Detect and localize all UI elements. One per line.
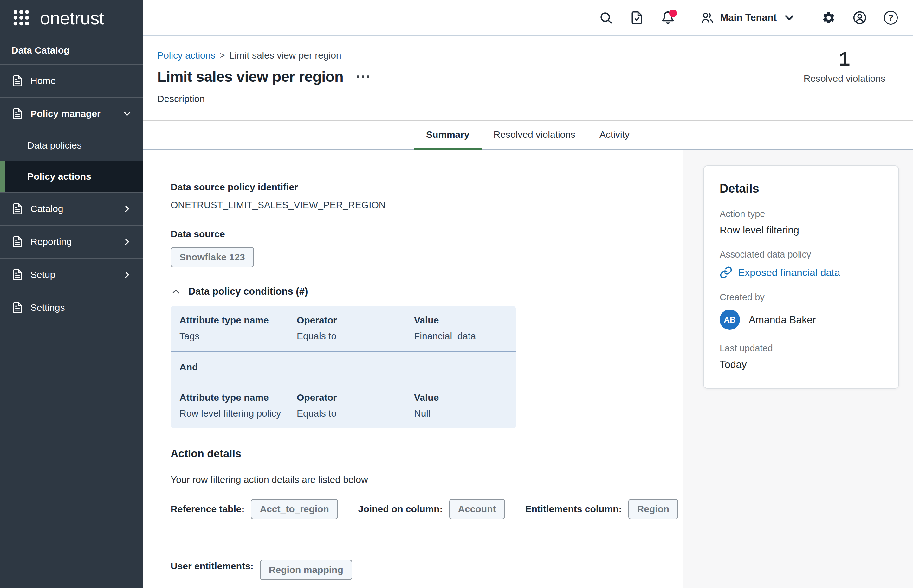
page-description: Description [157, 94, 913, 104]
main-area: Data source policy identifier ONETRUST_L… [142, 150, 913, 588]
page-head: Policy actions > Limit sales view per re… [142, 37, 913, 121]
stat-value: 1 [797, 47, 892, 70]
identifier-label: Data source policy identifier [170, 182, 683, 192]
brand-logo-text: onetrust [40, 7, 104, 29]
data-source-label: Data source [170, 229, 683, 239]
title-more-actions-button[interactable] [356, 72, 370, 81]
help-icon: ? [884, 11, 898, 25]
chevron-right-icon [122, 236, 133, 247]
associated-policy-label: Associated data policy [720, 249, 884, 260]
conditions-panel: Attribute type name Operator Value Tags … [170, 306, 516, 428]
search-button[interactable] [599, 11, 613, 25]
reference-table-label: Reference table: [170, 504, 244, 515]
help-glyph: ? [888, 13, 894, 23]
entitlements-column-chip: Region [628, 499, 678, 519]
sidebar-item-policy-manager[interactable]: Policy manager [0, 98, 142, 130]
help-button[interactable]: ? [884, 11, 898, 25]
sidebar-item-label: Reporting [31, 236, 115, 247]
condition-connector: And [170, 352, 516, 383]
details-card: Details Action type Row level filtering … [703, 165, 899, 389]
sidebar-item-setup[interactable]: Setup [0, 258, 142, 291]
sidebar-item-label: Policy manager [31, 108, 115, 119]
chevron-right-icon [122, 204, 133, 214]
condition-operator: Equals to [297, 331, 414, 341]
file-text-icon [11, 302, 23, 313]
sidebar-item-label: Setup [31, 269, 115, 280]
condition-col-header: Operator [297, 392, 414, 403]
condition-group: Attribute type name Operator Value Tags … [170, 306, 516, 351]
breadcrumb-parent-link[interactable]: Policy actions [157, 50, 215, 61]
condition-col-header: Value [414, 315, 507, 326]
condition-attribute: Tags [180, 331, 297, 341]
tabbar: Summary Resolved violations Activity [142, 122, 913, 150]
created-by-label: Created by [720, 292, 884, 302]
entitlements-column-label: Entitlements column: [525, 504, 622, 515]
tab-activity[interactable]: Activity [588, 122, 642, 150]
last-updated-label: Last updated [720, 343, 884, 354]
condition-value: Financial_data [414, 331, 507, 341]
associated-policy-link[interactable]: Exposed financial data [720, 266, 884, 279]
data-source-chip: Snowflake 123 [170, 247, 254, 267]
sidebar-item-home[interactable]: Home [0, 65, 142, 97]
action-details-subtitle: Your row filtering action details are li… [170, 474, 683, 485]
condition-col-header: Attribute type name [180, 315, 297, 326]
tenant-selector[interactable]: Main Tenant [700, 11, 796, 25]
sidebar-item-catalog[interactable]: Catalog [0, 192, 142, 225]
joined-on-column-chip: Account [449, 499, 505, 519]
settings-button[interactable] [822, 11, 836, 25]
chevron-down-icon [122, 108, 133, 119]
condition-attribute: Row level filtering policy [180, 408, 297, 419]
tab-summary[interactable]: Summary [414, 122, 482, 150]
associated-policy-link-text: Exposed financial data [738, 267, 840, 278]
details-title: Details [720, 182, 884, 195]
tab-resolved-violations[interactable]: Resolved violations [482, 122, 588, 150]
condition-operator: Equals to [297, 408, 414, 419]
sidebar: onetrust Data Catalog Home Policy manage… [0, 0, 142, 588]
sidebar-item-label: Settings [31, 302, 133, 313]
condition-group: Attribute type name Operator Value Row l… [170, 383, 516, 428]
resolved-violations-stat: 1 Resolved violations [797, 47, 892, 84]
action-type-value: Row level filtering [720, 224, 884, 236]
action-details-title: Action details [170, 447, 683, 460]
top-header: Main Tenant ? [142, 0, 913, 36]
product-label: Data Catalog [0, 36, 142, 64]
section-divider [170, 536, 636, 536]
notifications-button[interactable] [661, 11, 675, 25]
document-check-icon [630, 11, 644, 25]
tenant-users-icon [700, 11, 714, 25]
document-check-button[interactable] [630, 11, 644, 25]
sidebar-item-label: Catalog [31, 204, 115, 214]
chevron-up-icon [170, 286, 181, 297]
condition-col-header: Attribute type name [180, 392, 297, 403]
condition-col-header: Value [414, 392, 507, 403]
app-launcher-icon [12, 8, 31, 27]
sidebar-item-label: Home [31, 75, 133, 86]
breadcrumb-current: Limit sales view per region [229, 50, 341, 61]
avatar: AB [720, 310, 740, 330]
identifier-value: ONETRUST_LIMIT_SALES_VIEW_PER_REGION [170, 200, 683, 210]
search-icon [599, 11, 613, 25]
conditions-collapse-toggle[interactable]: Data policy conditions (#) [170, 286, 308, 297]
condition-value: Null [414, 408, 507, 419]
file-text-icon [11, 269, 23, 281]
breadcrumb-separator: > [220, 51, 225, 60]
user-entitlements-chip: Region mapping [260, 560, 352, 580]
details-rail: Details Action type Row level filtering … [683, 150, 913, 588]
account-button[interactable] [853, 11, 867, 25]
chevron-down-icon [782, 11, 796, 25]
joined-on-column-label: Joined on column: [358, 504, 443, 515]
sidebar-item-policy-actions[interactable]: Policy actions [0, 161, 142, 192]
sidebar-item-label: Data policies [27, 140, 82, 151]
sidebar-item-data-policies[interactable]: Data policies [0, 130, 142, 161]
last-updated-value: Today [720, 359, 884, 370]
created-by-name: Amanda Baker [749, 314, 816, 326]
settings-gear-icon [822, 11, 836, 25]
action-type-label: Action type [720, 209, 884, 219]
account-icon [853, 11, 867, 25]
sidebar-item-reporting[interactable]: Reporting [0, 226, 142, 258]
page-title: Limit sales view per region [157, 68, 343, 85]
notification-badge [669, 10, 677, 17]
brand-logo[interactable]: onetrust [0, 0, 142, 36]
sidebar-item-settings[interactable]: Settings [0, 291, 142, 324]
file-text-icon [11, 236, 23, 248]
